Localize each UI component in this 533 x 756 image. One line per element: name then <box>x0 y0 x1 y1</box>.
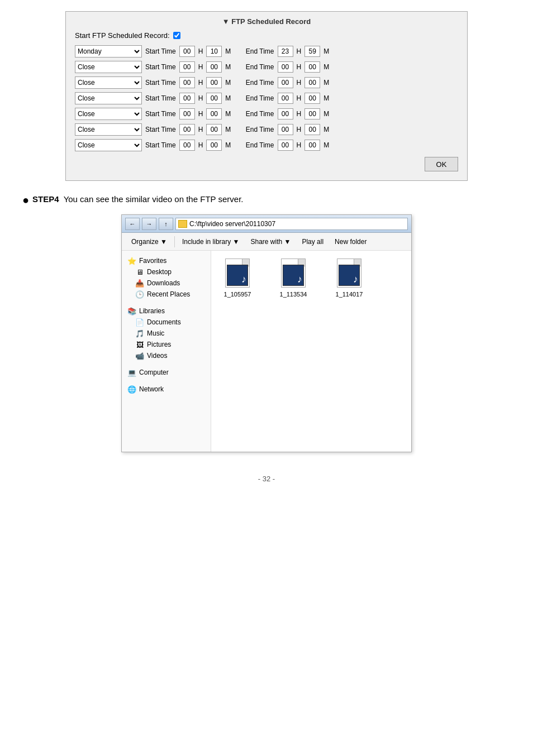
share-with-button[interactable]: Share with ▼ <box>246 235 296 248</box>
back-button[interactable]: ← <box>125 218 140 230</box>
sidebar-item-videos[interactable]: 📹 Videos <box>125 350 207 361</box>
start-m-input-1[interactable] <box>206 61 222 73</box>
schedule-row-4: Close Monday Start Time H M End Time H M <box>75 108 458 120</box>
end-h-input-5[interactable] <box>278 124 293 135</box>
address-bar[interactable]: C:\ftp\video server\20110307 <box>175 218 408 230</box>
file-icon-wrapper-2 <box>334 257 365 289</box>
schedule-row-5: Close Monday Start Time H M End Time H M <box>75 123 458 136</box>
ok-button[interactable]: OK <box>425 157 458 171</box>
end-h-input-3[interactable] <box>278 93 293 104</box>
address-text: C:\ftp\video server\20110307 <box>189 220 275 228</box>
start-ftp-checkbox[interactable] <box>173 32 180 39</box>
start-time-label-6: Start Time <box>145 141 176 149</box>
start-time-label-1: Start Time <box>145 63 176 71</box>
start-h-input-1[interactable] <box>179 61 195 73</box>
end-m-input-1[interactable] <box>304 61 320 73</box>
start-h-input-6[interactable] <box>179 140 195 151</box>
h-label-start-3: H <box>198 94 203 102</box>
file-item-0[interactable]: 1_105957 <box>218 257 257 298</box>
page-number: - 32 - <box>22 475 511 483</box>
sidebar-item-desktop[interactable]: 🖥 Desktop <box>125 266 207 277</box>
music-label: Music <box>147 329 164 337</box>
recent-places-icon: 🕒 <box>135 290 144 299</box>
end-time-label-0: End Time <box>246 47 274 55</box>
play-all-button[interactable]: Play all <box>297 235 329 248</box>
start-h-input-3[interactable] <box>179 93 195 104</box>
desktop-label: Desktop <box>147 268 172 276</box>
sidebar-item-network[interactable]: 🌐 Network <box>125 384 207 395</box>
sidebar-item-favorites[interactable]: ⭐ Favorites <box>125 255 207 266</box>
end-m-input-0[interactable] <box>304 46 320 57</box>
schedule-row-1: Close Monday Start Time H M End Time H M <box>75 61 458 73</box>
end-h-input-6[interactable] <box>278 140 293 151</box>
sidebar-item-computer[interactable]: 💻 Computer <box>125 367 207 378</box>
start-m-input-3[interactable] <box>206 93 222 104</box>
day-select-5[interactable]: Close Monday <box>75 123 142 136</box>
start-h-input-2[interactable] <box>179 77 195 88</box>
end-m-input-4[interactable] <box>304 108 320 119</box>
file-item-1[interactable]: 1_113534 <box>274 257 313 298</box>
start-m-input-5[interactable] <box>206 124 222 135</box>
network-icon: 🌐 <box>127 385 136 394</box>
new-folder-button[interactable]: New folder <box>330 235 372 248</box>
m-label-end-2: M <box>323 79 329 87</box>
end-h-input-0[interactable] <box>278 46 293 57</box>
start-time-label-4: Start Time <box>145 110 176 118</box>
end-m-input-3[interactable] <box>304 93 320 104</box>
libraries-section: 📚 Libraries 📄 Documents 🎵 Music 🖼 Pictur… <box>125 305 207 361</box>
m-label-start-2: M <box>225 79 231 87</box>
end-m-input-6[interactable] <box>304 140 320 151</box>
day-select-2[interactable]: Close Monday <box>75 76 142 89</box>
start-m-input-0[interactable] <box>206 46 222 57</box>
h-label-start-4: H <box>198 110 203 118</box>
downloads-label: Downloads <box>147 279 180 287</box>
sidebar-item-recent-places[interactable]: 🕒 Recent Places <box>125 289 207 300</box>
h-label-start-5: H <box>198 126 203 133</box>
file-name-2: 1_114017 <box>336 291 363 298</box>
h-label-end-2: H <box>297 79 302 87</box>
m-label-end-4: M <box>323 110 329 118</box>
step4-label: STEP4 <box>32 194 59 204</box>
file-icon-wrapper-0 <box>222 257 253 289</box>
sidebar-item-downloads[interactable]: 📥 Downloads <box>125 277 207 289</box>
sidebar-item-pictures[interactable]: 🖼 Pictures <box>125 339 207 350</box>
start-time-label-5: Start Time <box>145 126 176 133</box>
day-select-3[interactable]: Close Monday <box>75 92 142 104</box>
day-select-0[interactable]: Monday Close <box>75 45 142 58</box>
end-h-input-4[interactable] <box>278 108 293 119</box>
h-label-start-2: H <box>198 79 203 87</box>
end-m-input-5[interactable] <box>304 124 320 135</box>
folder-icon <box>178 220 187 228</box>
start-m-input-2[interactable] <box>206 77 222 88</box>
file-item-2[interactable]: 1_114017 <box>330 257 369 298</box>
day-select-6[interactable]: Close Monday <box>75 139 142 151</box>
schedule-row-3: Close Monday Start Time H M End Time H M <box>75 92 458 104</box>
organize-button[interactable]: Organize ▼ <box>126 235 172 248</box>
sidebar-item-libraries[interactable]: 📚 Libraries <box>125 305 207 317</box>
start-h-input-4[interactable] <box>179 108 195 119</box>
start-m-input-4[interactable] <box>206 108 222 119</box>
libraries-label: Libraries <box>139 307 165 315</box>
downloads-icon: 📥 <box>135 279 144 288</box>
file-thumb-0 <box>227 265 248 286</box>
schedule-row-0: Monday Close Start Time H M End Time H M <box>75 45 458 58</box>
start-m-input-6[interactable] <box>206 140 222 151</box>
day-select-4[interactable]: Close Monday <box>75 108 142 120</box>
start-h-input-0[interactable] <box>179 46 195 57</box>
h-label-end-5: H <box>297 126 302 133</box>
m-label-end-3: M <box>323 94 329 102</box>
end-h-input-1[interactable] <box>278 61 293 73</box>
day-select-1[interactable]: Close Monday <box>75 61 142 73</box>
recent-places-label: Recent Places <box>147 290 190 298</box>
end-m-input-2[interactable] <box>304 77 320 88</box>
forward-button[interactable]: → <box>142 218 156 230</box>
start-h-input-5[interactable] <box>179 124 195 135</box>
videos-label: Videos <box>147 352 167 360</box>
sidebar-item-music[interactable]: 🎵 Music <box>125 328 207 339</box>
m-label-start-5: M <box>225 126 231 133</box>
end-h-input-2[interactable] <box>278 77 293 88</box>
up-button[interactable]: ↑ <box>159 218 173 230</box>
sidebar-item-documents[interactable]: 📄 Documents <box>125 317 207 328</box>
include-library-button[interactable]: Include in library ▼ <box>177 235 245 248</box>
computer-section: 💻 Computer <box>125 367 207 378</box>
